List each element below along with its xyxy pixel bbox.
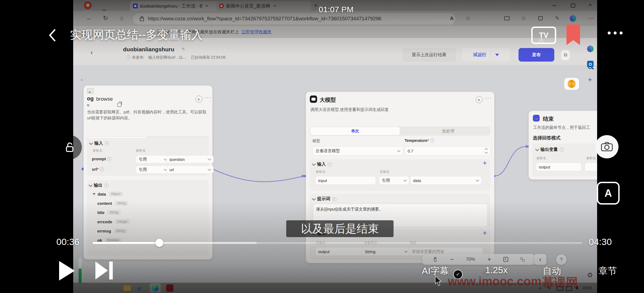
pan-hand-icon[interactable] bbox=[432, 257, 438, 262]
quality-button[interactable]: 自动 bbox=[543, 265, 561, 277]
mode-tabs[interactable]: 单次 批处理 bbox=[310, 126, 490, 136]
favorites-bar-icon[interactable]: ☆ bbox=[521, 15, 526, 22]
address-bar[interactable]: https://www.coze.cn/work_flow?space_id=7… bbox=[133, 13, 455, 24]
tab-batch[interactable]: 批处理 bbox=[442, 129, 454, 134]
auto-layout-icon[interactable] bbox=[520, 257, 524, 262]
param-value-select[interactable]: data bbox=[410, 176, 482, 185]
zoom-out-icon[interactable]: − bbox=[450, 256, 454, 263]
notice-manage-link[interactable]: 立即管理收藏夹 bbox=[241, 29, 272, 35]
col-param-value: 变量值 bbox=[379, 170, 389, 174]
test-run-button[interactable]: 试运行 bbox=[462, 48, 510, 62]
browser-tab-sina[interactable]: 新闻中心首页_新浪网 × bbox=[216, 1, 311, 11]
node-prefix: og bbox=[87, 95, 94, 102]
progress-thumb[interactable] bbox=[155, 239, 163, 247]
output-section-header[interactable]: 输出 i bbox=[89, 183, 109, 188]
edge-icon[interactable] bbox=[152, 284, 159, 292]
browser-tab-coze[interactable]: duobianliangshuru - 工作流 - Bo × bbox=[130, 1, 220, 11]
type-badge: String bbox=[107, 210, 121, 215]
duplicate-button[interactable]: ⧉ bbox=[561, 50, 570, 60]
output-row[interactable]: data Object bbox=[92, 192, 123, 196]
subtitle-language-button[interactable]: A bbox=[597, 182, 620, 205]
help-button[interactable]: ? bbox=[556, 254, 566, 265]
type-badge: Object bbox=[109, 192, 123, 196]
collapse-toolbar-button[interactable]: ‹ bbox=[534, 254, 546, 265]
node-end[interactable]: → 结束 工作流的最终节点，用于返回工 选择回答模式 输出变量 i 参数名 参数… bbox=[529, 111, 597, 180]
test-run-dropdown-icon[interactable] bbox=[495, 54, 499, 56]
show-last-run-button[interactable]: 显示上次运行结果 bbox=[402, 48, 456, 62]
output-name-input[interactable]: output bbox=[315, 247, 365, 256]
zoom-in-icon[interactable]: + bbox=[487, 256, 491, 263]
param-mode-select[interactable]: 引用 bbox=[379, 176, 409, 185]
sidebar-settings-gear-icon[interactable]: ⚙ bbox=[587, 271, 593, 279]
split-screen-icon[interactable] bbox=[504, 16, 510, 20]
node-more-icon[interactable]: ··· bbox=[205, 94, 211, 100]
copilot-icon[interactable] bbox=[570, 15, 576, 22]
input-section-header[interactable]: 输入 i bbox=[313, 161, 332, 167]
stepper-down-icon[interactable] bbox=[485, 151, 488, 154]
output-row: errcode Integer bbox=[97, 219, 130, 224]
stepper[interactable] bbox=[485, 148, 487, 153]
param-mode-select[interactable]: 引用 bbox=[136, 165, 170, 174]
param-value-select[interactable]: url bbox=[166, 165, 214, 174]
playback-speed-button[interactable]: 1.25x bbox=[485, 265, 508, 275]
pinned-app-icon[interactable] bbox=[166, 284, 173, 292]
output-var-header[interactable]: 输出变量 i bbox=[536, 147, 564, 152]
favorite-star-icon[interactable]: ☆ bbox=[465, 15, 471, 22]
chapters-button[interactable]: 章节 bbox=[598, 265, 617, 277]
browser-profile-avatar[interactable] bbox=[84, 2, 92, 9]
next-episode-button[interactable] bbox=[95, 262, 113, 279]
window-minimize-icon[interactable] bbox=[552, 5, 556, 6]
tab-single[interactable]: 单次 bbox=[310, 127, 400, 135]
annotate-pen-icon[interactable]: ✎ bbox=[555, 15, 559, 21]
screenshot-button[interactable] bbox=[595, 135, 619, 158]
browser-more-icon[interactable]: ⋯ bbox=[588, 15, 594, 22]
param-value-select[interactable]: question bbox=[166, 155, 214, 163]
tab-close-icon[interactable]: × bbox=[273, 3, 276, 9]
param-name-input[interactable]: input bbox=[315, 176, 376, 185]
output-name: content bbox=[97, 201, 112, 206]
window-maximize-icon[interactable] bbox=[571, 4, 575, 8]
node-llm[interactable]: 大模型 ▸ ··· 调用大语言模型,使用变量和提示词生成回复 单次 批处理 模型… bbox=[306, 92, 494, 263]
player-more-icon[interactable] bbox=[608, 31, 623, 34]
node-more-icon[interactable]: ··· bbox=[485, 95, 492, 101]
temperature-input[interactable]: 0.7 bbox=[405, 146, 490, 155]
collapse-triangle-icon[interactable] bbox=[92, 193, 96, 195]
nav-refresh-icon[interactable]: ↻ bbox=[103, 15, 108, 22]
output-type-select[interactable]: String bbox=[362, 247, 410, 256]
tab-close-icon[interactable]: × bbox=[205, 3, 208, 9]
add-output-icon[interactable]: + bbox=[483, 229, 487, 237]
sidebar-copilot-icon[interactable] bbox=[587, 46, 594, 52]
player-back-icon[interactable] bbox=[48, 28, 57, 43]
file-explorer-icon[interactable] bbox=[124, 285, 131, 291]
node-browse[interactable]: og browse o ▸ ··· 当你需要获取网页、pdf、抖音视频内容时，使… bbox=[83, 85, 212, 260]
zoom-level[interactable]: 70% bbox=[466, 257, 475, 262]
next-bar-icon bbox=[109, 262, 113, 279]
open-plugin-icon[interactable] bbox=[117, 103, 121, 107]
window-close-icon[interactable]: × bbox=[589, 2, 592, 8]
collections-icon[interactable] bbox=[538, 16, 543, 20]
model-select[interactable]: 云雀语言模型 bbox=[313, 146, 403, 155]
workflow-edit-icon[interactable]: ✎ bbox=[182, 47, 185, 52]
run-node-icon[interactable]: ▸ bbox=[195, 95, 202, 103]
read-aloud-icon[interactable]: A bbox=[450, 15, 454, 21]
play-button[interactable] bbox=[59, 261, 75, 281]
end-node-icon: → bbox=[533, 115, 540, 122]
prompt-section-header[interactable]: 提示词 i bbox=[313, 196, 336, 202]
run-node-icon[interactable]: ▸ bbox=[476, 96, 483, 103]
sidebar-outlook-icon[interactable]: O bbox=[587, 61, 594, 67]
ie-icon[interactable]: e bbox=[138, 284, 145, 292]
param-mode-select[interactable]: 引用 bbox=[136, 155, 170, 163]
screen-lock-button[interactable] bbox=[57, 135, 82, 160]
workflow-back-icon[interactable]: ‹ bbox=[91, 48, 93, 57]
nav-back-icon[interactable]: ← bbox=[86, 15, 92, 22]
nav-home-icon[interactable]: ⌂ bbox=[120, 15, 123, 22]
fit-view-icon[interactable] bbox=[503, 257, 508, 262]
input-section-header[interactable]: 输入 i bbox=[90, 141, 109, 146]
publish-button[interactable]: 发布 bbox=[519, 48, 554, 62]
taskbar-clock[interactable]: 23:01 bbox=[583, 286, 592, 290]
add-param-icon[interactable]: + bbox=[483, 159, 487, 167]
output-var-input[interactable]: output bbox=[536, 163, 581, 171]
output-var-value-input[interactable] bbox=[585, 163, 597, 171]
sidebar-add-icon[interactable]: + bbox=[588, 75, 592, 84]
assistant-floating-button[interactable] bbox=[564, 78, 579, 90]
